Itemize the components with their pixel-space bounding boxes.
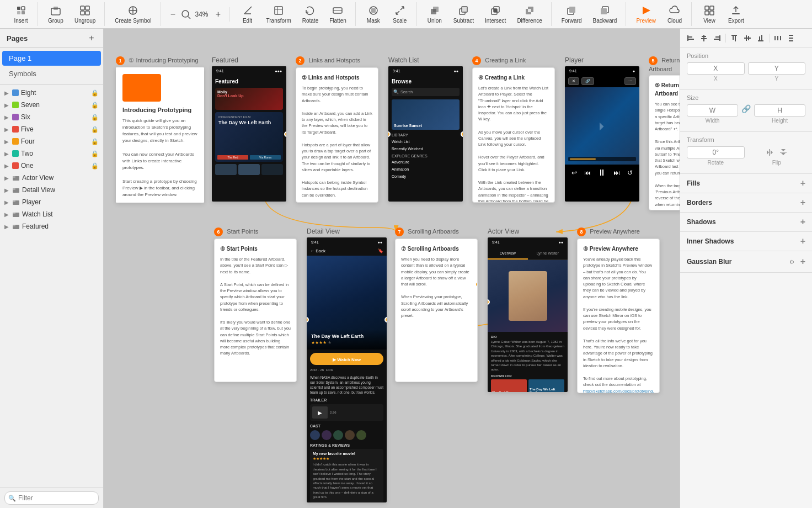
align-left-button[interactable] xyxy=(685,32,697,44)
player-artboard[interactable]: 9:41 ● ✕ 🔗 ⋯ ⏵ xyxy=(565,66,639,202)
svg-rect-58 xyxy=(719,35,720,41)
layer-item-eight[interactable]: ▶ Eight 🔒 xyxy=(0,87,103,99)
shadows-add-icon[interactable]: + xyxy=(800,217,805,227)
gaussian-blur-add-icon[interactable]: + xyxy=(800,257,805,267)
svg-rect-75 xyxy=(789,40,793,41)
rotate-input[interactable] xyxy=(687,146,745,158)
shadows-header[interactable]: Shadows + xyxy=(687,217,805,227)
layer-item-five[interactable]: ▶ Five 🔒 xyxy=(0,123,103,135)
size-link-icon[interactable]: 🔗 xyxy=(741,104,751,124)
gaussian-blur-options[interactable]: ⚙ xyxy=(786,256,798,268)
insert-button[interactable]: Insert xyxy=(9,2,33,26)
svg-rect-8 xyxy=(81,11,84,15)
page-item-symbols[interactable]: Symbols xyxy=(2,66,101,81)
layer-item-four[interactable]: ▶ Four 🔒 xyxy=(0,135,103,147)
zoom-out-button[interactable]: − xyxy=(167,7,180,22)
subtract-button[interactable]: Subtract xyxy=(449,2,478,26)
lock-icon: 🔒 xyxy=(91,89,99,97)
backward-button[interactable]: Backward xyxy=(588,2,621,26)
width-input[interactable] xyxy=(687,104,738,117)
view-button[interactable]: View xyxy=(697,2,722,26)
filter-input[interactable] xyxy=(4,491,99,505)
group-button[interactable]: Group xyxy=(44,2,68,26)
x-input[interactable] xyxy=(687,62,745,75)
transform-button[interactable]: Transform xyxy=(262,2,296,26)
inner-shadows-add-icon[interactable]: + xyxy=(800,236,805,246)
layer-label: Four xyxy=(21,137,35,145)
watchlist-artboard-container: Watch List 9:41 ●● Browse 🔍 Search Sunri… xyxy=(388,56,463,202)
borders-header[interactable]: Borders + xyxy=(687,198,805,208)
intro-label: 1 ① Introducing Prototyping xyxy=(116,56,204,65)
forward-button[interactable]: Forward xyxy=(557,2,586,26)
links-annotation[interactable]: ② Links and Hotspots To begin prototypin… xyxy=(296,67,378,203)
align-bottom-button[interactable] xyxy=(755,32,767,44)
mask-button[interactable]: Mask xyxy=(361,2,386,26)
layer-item-six[interactable]: ▶ Six 🔒 xyxy=(0,111,103,123)
start-points-annotation[interactable]: ⑥ Start Points In the title of the Featu… xyxy=(214,239,297,382)
preview-anywhere-annotation[interactable]: ⑧ Preview Anywhere You've already played… xyxy=(577,239,660,393)
expand-arrow: ▶ xyxy=(4,102,9,108)
layer-item-featured[interactable]: ▶ Featured xyxy=(0,220,103,232)
align-center-h-button[interactable] xyxy=(698,32,710,44)
layer-label: Seven xyxy=(21,101,40,109)
layer-item-watch-list[interactable]: ▶ Watch List xyxy=(0,208,103,220)
return-annotation[interactable]: ⑤ Return to Previous Artboard You can se… xyxy=(649,75,680,210)
watchlist-artboard[interactable]: 9:41 ●● Browse 🔍 Search Sunrise Sunset L… xyxy=(388,66,463,202)
rotate-button[interactable]: Rotate xyxy=(298,2,323,26)
align-toolbar xyxy=(680,29,812,48)
height-input[interactable] xyxy=(754,104,805,117)
dist-h-button[interactable] xyxy=(772,32,784,44)
ungroup-button[interactable]: Ungroup xyxy=(70,2,100,26)
layer-item-seven[interactable]: ▶ Seven 🔒 xyxy=(0,99,103,111)
y-input[interactable] xyxy=(748,62,806,75)
gaussian-blur-header[interactable]: Gaussian Blur ⚙ + xyxy=(687,256,805,268)
layer-item-one[interactable]: ▶ One 🔒 xyxy=(0,160,103,172)
layer-item-player[interactable]: ▶ Player xyxy=(0,196,103,208)
svg-rect-52 xyxy=(687,35,688,41)
fills-header[interactable]: Fills + xyxy=(687,178,805,188)
scale-button[interactable]: Scale xyxy=(388,2,412,26)
svg-rect-65 xyxy=(746,35,747,41)
layer-item-detail-view[interactable]: ▶ Detail View xyxy=(0,184,103,196)
x-label: X xyxy=(687,76,745,82)
intro-artboard[interactable]: Introducing Prototyping This quick guide… xyxy=(116,67,204,203)
fills-add-icon[interactable]: + xyxy=(800,178,805,188)
flip-v-button[interactable] xyxy=(777,146,789,158)
export-button[interactable]: Export xyxy=(724,2,749,26)
add-page-button[interactable]: + xyxy=(87,33,97,43)
svg-rect-66 xyxy=(748,36,749,40)
svg-rect-41 xyxy=(13,176,15,178)
detail-view-artboard[interactable]: 9:41 ●● ← Back 🔖 The Day We Left Earth ★… xyxy=(307,237,387,502)
layer-item-two[interactable]: ▶ Two 🔒 xyxy=(0,147,103,160)
borders-add-icon[interactable]: + xyxy=(800,198,805,208)
page-item-page1[interactable]: Page 1 xyxy=(2,51,101,66)
align-middle-button[interactable] xyxy=(741,32,754,44)
inner-shadows-header[interactable]: Inner Shadows + xyxy=(687,236,805,246)
featured-artboard[interactable]: 9:41 ●●● Featured Molly Don't Look Up IN… xyxy=(212,66,286,202)
cloud-button[interactable]: Cloud xyxy=(663,2,687,26)
scrolling-annotation[interactable]: ⑦ Scrolling Artboards When you need to d… xyxy=(395,239,478,382)
svg-rect-57 xyxy=(701,38,707,39)
expand-arrow: ▶ xyxy=(4,90,9,96)
dist-v-button[interactable] xyxy=(785,32,797,44)
create-symbol-button[interactable]: Create Symbol xyxy=(110,2,156,26)
align-top-button[interactable] xyxy=(728,32,740,44)
difference-button[interactable]: Difference xyxy=(512,2,546,26)
align-right-button[interactable] xyxy=(711,32,723,44)
flatten-button[interactable]: Flatten xyxy=(325,2,351,26)
intersect-button[interactable]: Intersect xyxy=(480,2,510,26)
creating-link-annotation[interactable]: ④ Creating a Link Let's create a Link fr… xyxy=(472,67,555,203)
detail-view-container: Detail View 9:41 ●● ← Back 🔖 The Day We … xyxy=(307,227,387,502)
zoom-in-button[interactable]: + xyxy=(212,7,225,22)
flip-h-button[interactable] xyxy=(764,146,776,158)
actor-view-artboard[interactable]: 9:41 ●● Overview Lynne Walter xyxy=(488,237,568,392)
preview-button[interactable]: Preview xyxy=(632,2,660,26)
edit-button[interactable]: Edit xyxy=(236,2,260,26)
canvas[interactable]: 1 ① Introducing Prototyping Introducing … xyxy=(104,29,680,508)
fills-section: Fills + xyxy=(680,174,812,193)
y-label: Y xyxy=(748,76,806,82)
union-button[interactable]: Union xyxy=(423,2,447,26)
svg-rect-35 xyxy=(705,6,709,10)
layer-item-actor-view[interactable]: ▶ Actor View xyxy=(0,172,103,184)
zoom-icon[interactable] xyxy=(180,8,192,20)
